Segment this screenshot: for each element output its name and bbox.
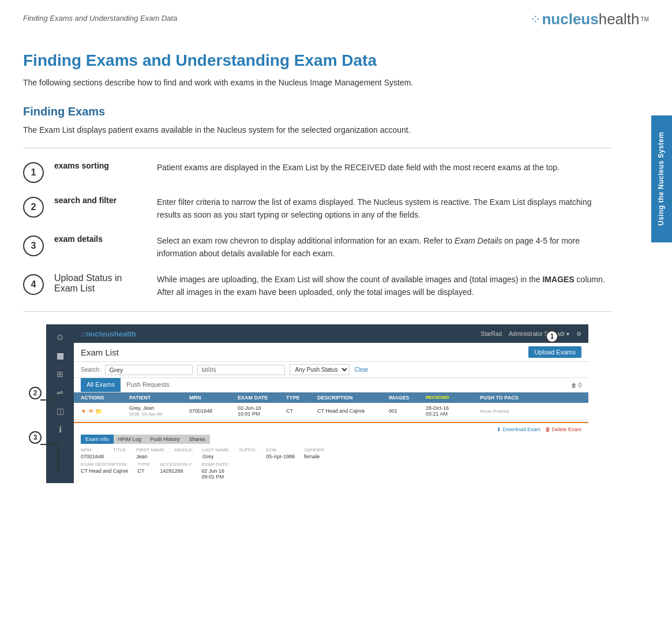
logo-health: health [599,10,640,28]
admin-label: Administrator Statradr ▾ [509,331,569,337]
callout-line-2 [40,399,58,401]
mrn-input[interactable] [197,365,285,375]
delete-exam-link[interactable]: 🗑 Delete Exam [545,427,581,432]
row-examdate: 02-Jun-1610:01 PM [238,405,284,417]
feature-desc-2: Enter filter criteria to narrow the list… [157,196,611,222]
col-description: DESCRIPTION [317,395,386,401]
app-sidebar: ⊙ ▦ ⊞ ⇌ ◫ ℹ [46,324,74,483]
main-content: Finding Exams and Understanding Exam Dat… [0,34,635,512]
table-row: ▼ 👁 📁 Grey, JeanDOB: 05-Apr-86 07001648 … [74,403,588,420]
top-divider [23,148,611,148]
tab-all-exams[interactable]: All Exams [81,378,121,392]
feature-item-4: 4 Upload Status in Exam List While image… [23,273,611,299]
starrad-label: StarRad [480,331,502,337]
field-exam-desc-value: CT Head and Cajnre [81,468,128,474]
col-actions: ACTIONS [81,395,127,401]
feature-number-1: 1 [23,162,44,183]
exam-detail-section: ⬇ Download Exam 🗑 Delete Exam Exam Info … [74,422,588,483]
app-main-area: ::nucleushealth StarRad Administrator St… [74,324,588,483]
field-gender-value: female [304,454,325,459]
detail-tab-exam-info[interactable]: Exam Info [81,435,114,444]
field-dob-label: DOB: [266,447,295,453]
app-logo: ::nucleushealth [81,330,136,338]
col-received: RECEIVED [426,395,478,401]
trash-icon[interactable]: 🗑 0 [571,382,581,388]
field-lastname-value: Grey [202,454,230,459]
sidebar-icon-home[interactable]: ⊙ [51,329,69,345]
row-actions[interactable]: ▼ 👁 📁 [81,408,127,414]
field-exam-desc-label: EXAM DESCRIPTION: [81,462,128,467]
detail-tab-shares[interactable]: Shares [185,435,211,444]
field-exam-date-label: EXAM DATE: [202,462,230,467]
sidebar-icon-share[interactable]: ⇌ [51,384,69,401]
field-accession-label: ACCESSION #: [160,462,193,467]
exam-list-title: Exam List [81,347,119,357]
field-type-label: TYPE: [137,462,151,467]
app-tabs: All Exams Push Requests 🗑 0 [74,378,588,392]
row-patient: Grey, JeanDOB: 05-Apr-86 [129,405,187,417]
field-mrn: MRN: 07001648 [81,447,104,459]
field-mrn-label: MRN: [81,447,104,453]
feature-label-4: Upload Status in Exam List [54,273,147,294]
detail-tab-hpim-log[interactable]: HPIM Log [114,435,146,444]
logo-nucleus: nucleus [542,10,598,28]
detail-tab-push-history[interactable]: Push History [146,435,185,444]
feature-number-2: 2 [23,197,44,218]
feature-label-2: search and filter [54,196,147,205]
field-exam-date: EXAM DATE: 02 Jun 1609:01 PM [202,462,230,480]
feature-number-3: 3 [23,235,44,256]
field-gender: GENDER: female [304,447,325,459]
field-accession: ACCESSION #: 14291268 [160,462,193,480]
feature-desc-1: Patient exams are displayed in the Exam … [157,161,611,174]
field-title-value [113,454,127,459]
col-examdate: EXAM DATE [238,395,284,401]
tab-push-requests[interactable]: Push Requests [121,378,175,392]
field-type-value: CT [137,468,151,474]
field-lastname-label: LAST NAME: [202,447,230,453]
section-title: Finding Exams [23,105,611,118]
bottom-divider [23,311,611,312]
feature-list: 1 exams sorting Patient exams are displa… [23,161,611,298]
logo-dots-icon: ⁘ [530,12,539,27]
search-input[interactable] [105,365,193,375]
field-lastname: LAST NAME: Grey [202,447,230,459]
col-images: IMAGES [389,395,423,401]
field-exam-date-value: 02 Jun 1609:01 PM [202,468,230,480]
field-middle-label: MIDDLE: [175,447,193,453]
logo-area: ⁘ nucleus health TM [530,10,649,28]
settings-icon[interactable]: ⚙ [576,331,581,337]
field-firstname-label: FIRST NAME: [136,447,166,453]
app-screenshot: ⊙ ▦ ⊞ ⇌ ◫ ℹ ::nucleushealth StarRad Admi… [46,324,588,483]
row-images: 001 [389,408,423,414]
download-exam-link[interactable]: ⬇ Download Exam [497,427,540,432]
side-tab[interactable]: Using the Nucleus System [651,115,672,242]
sidebar-icon-info[interactable]: ℹ [51,421,69,437]
field-mrn-value: 07001648 [81,454,104,459]
feature-label-3: exam details [54,234,147,244]
field-suffix-label: SUFFIX: [239,447,257,453]
upload-exams-button[interactable]: Upload Exams [528,346,581,358]
field-type: TYPE: CT [137,462,151,480]
row-push: Never Pushed [480,409,532,414]
table-actions: 🗑 0 [571,382,581,388]
callout-vline-3 [58,444,59,476]
clear-link[interactable]: Clear [354,367,368,373]
app-topbar: ::nucleushealth StarRad Administrator St… [74,324,588,343]
field-suffix: SUFFIX: [239,447,257,459]
field-title-label: TITLE: [113,447,127,453]
sidebar-icon-exams[interactable]: ▦ [51,347,69,364]
row-description: CT Head and Cajnre [317,408,386,414]
field-middle: MIDDLE: [175,447,193,459]
feature-desc-3: Select an exam row chevron to display ad… [157,234,611,260]
app-topbar-right: StarRad Administrator Statradr ▾ ⚙ [480,331,581,337]
feature-item-2: 2 search and filter Enter filter criteri… [23,196,611,222]
sidebar-icon-grid[interactable]: ⊞ [51,366,69,382]
sidebar-icon-image[interactable]: ◫ [51,403,69,419]
field-title: TITLE: [113,447,127,459]
header-title: Finding Exams and Understanding Exam Dat… [23,10,177,23]
section-intro: The Exam List displays patient exams ava… [23,124,611,136]
callout-line-3 [40,444,58,445]
push-status-select[interactable]: Any Push Status [290,364,350,375]
field-exam-desc: EXAM DESCRIPTION: CT Head and Cajnre [81,462,128,480]
col-type: TYPE [286,395,315,401]
